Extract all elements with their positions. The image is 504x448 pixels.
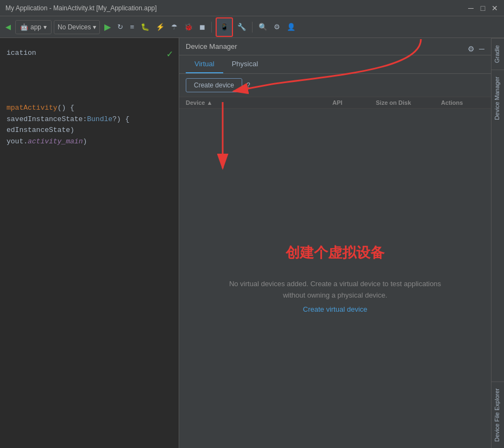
empty-state: 创建个虚拟设备 No virtual devices added. Create… xyxy=(179,109,491,448)
search-button[interactable]: 🔍 xyxy=(256,20,269,35)
th-api: API xyxy=(332,99,376,106)
code-text: ication xyxy=(7,48,36,59)
dm-title: Device Manager xyxy=(186,42,237,55)
tab-physical[interactable]: Physical xyxy=(223,55,267,73)
sort-icon: ▲ xyxy=(207,99,213,106)
window-title: My Application - MainActivity.kt [My_App… xyxy=(5,4,157,12)
chinese-annotation: 创建个虚拟设备 xyxy=(286,243,385,262)
sidebar-item-gradle[interactable]: Gradle xyxy=(492,38,504,70)
stop-button[interactable]: ◼ xyxy=(197,20,207,35)
th-actions: Actions xyxy=(441,99,484,106)
coverage-button[interactable]: ☂ xyxy=(169,20,180,35)
app-selector[interactable]: 🤖 app ▾ xyxy=(15,20,52,34)
code-line-1: ication xyxy=(7,48,172,59)
tab-virtual[interactable]: Virtual xyxy=(186,55,223,73)
title-bar: My Application - MainActivity.kt [My_App… xyxy=(0,0,504,16)
dm-header: Device Manager ⚙ ─ xyxy=(179,38,491,55)
dm-table-header: Device ▲ API Size on Disk Actions xyxy=(179,97,491,109)
code-line-5: yout.activity_main) xyxy=(7,136,172,148)
main-layout: ication mpatActivity() { savedInstanceSt… xyxy=(0,38,504,448)
app-dropdown-icon: ▾ xyxy=(43,23,47,31)
empty-description: No virtual devices added. Create a virtu… xyxy=(226,279,444,301)
window-controls: ─ □ ✕ xyxy=(467,4,499,12)
code-editor[interactable]: ication mpatActivity() { savedInstanceSt… xyxy=(0,43,179,152)
settings-button[interactable]: ⚙ xyxy=(272,20,282,35)
dm-toolbar: Create device ? xyxy=(179,74,491,97)
sidebar-item-device-manager[interactable]: Device Manager xyxy=(492,70,504,127)
create-virtual-link[interactable]: Create virtual device xyxy=(303,305,368,313)
account-button[interactable]: 👤 xyxy=(285,20,298,35)
code-line-2: mpatActivity() { xyxy=(7,103,172,114)
device-manager-toolbar-btn[interactable]: 📱 xyxy=(216,17,233,37)
toolbar-sep-2 xyxy=(252,22,253,33)
code-line-3: savedInstanceState: Bundle?) { xyxy=(7,114,172,125)
profile-button[interactable]: ⚡ xyxy=(154,20,167,35)
refresh-button[interactable]: ↻ xyxy=(115,20,125,35)
code-panel: ication mpatActivity() { savedInstanceSt… xyxy=(0,38,179,448)
device-dropdown-icon: ▾ xyxy=(93,23,96,31)
back-button[interactable]: ◀ xyxy=(3,20,13,35)
sidebar-item-device-file-explorer[interactable]: Device File Explorer xyxy=(492,381,504,448)
maximize-button[interactable]: □ xyxy=(479,4,487,12)
run-button[interactable]: ▶ xyxy=(102,20,113,35)
toolbar-sep-1 xyxy=(211,22,212,33)
check-mark-icon: ✓ xyxy=(166,49,173,59)
dm-minimize-icon[interactable]: ─ xyxy=(479,45,484,53)
th-size: Size on Disk xyxy=(376,99,441,106)
device-manager-panel: Device Manager ⚙ ─ Virtual Physical Crea… xyxy=(179,38,491,448)
device-selector[interactable]: No Devices ▾ xyxy=(54,20,100,34)
dm-header-icons: ⚙ ─ xyxy=(468,45,484,53)
dm-tabs: Virtual Physical xyxy=(179,55,491,74)
minimize-button[interactable]: ─ xyxy=(467,4,475,12)
main-toolbar: ◀ 🤖 app ▾ No Devices ▾ ▶ ↻ ≡ 🐛 ⚡ ☂ 🐞 ◼ 📱… xyxy=(0,16,504,38)
th-device: Device ▲ xyxy=(186,99,332,106)
avd-manager-button[interactable]: 🔧 xyxy=(235,20,248,35)
close-button[interactable]: ✕ xyxy=(491,4,499,12)
attach-debugger[interactable]: 🐞 xyxy=(182,20,195,35)
android-icon: 🤖 xyxy=(20,23,28,31)
device-manager-icon[interactable]: 📱 xyxy=(218,20,231,35)
debug-button[interactable]: 🐛 xyxy=(138,20,152,35)
create-device-button[interactable]: Create device xyxy=(186,78,242,92)
app-label: app xyxy=(30,23,41,31)
code-line-4: edInstanceState) xyxy=(7,125,172,136)
help-icon[interactable]: ? xyxy=(247,81,250,89)
no-devices-label: No Devices xyxy=(58,23,91,31)
build-menu-button[interactable]: ≡ xyxy=(128,20,136,35)
side-panel: Gradle Device Manager Device File Explor… xyxy=(491,38,504,448)
dm-settings-icon[interactable]: ⚙ xyxy=(468,45,475,53)
